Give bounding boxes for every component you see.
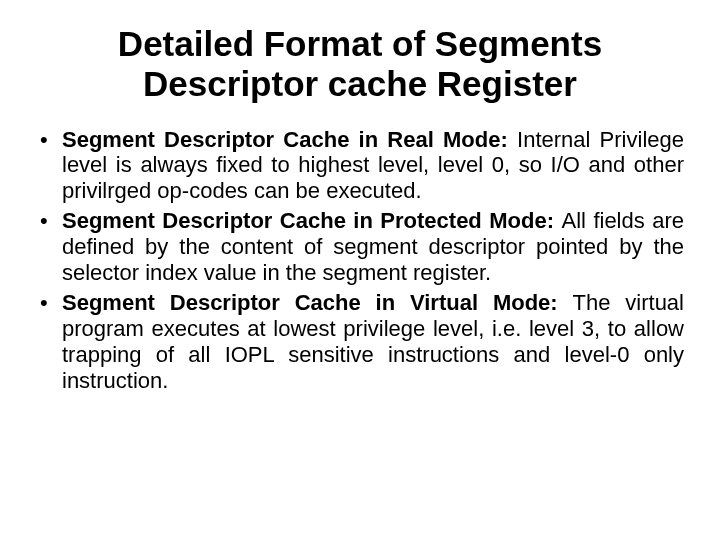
- slide: Detailed Format of Segments Descriptor c…: [0, 0, 720, 540]
- list-item: Segment Descriptor Cache in Protected Mo…: [36, 208, 684, 286]
- list-item: Segment Descriptor Cache in Virtual Mode…: [36, 290, 684, 394]
- bullet-lead: Segment Descriptor Cache in Protected Mo…: [62, 208, 561, 233]
- list-item: Segment Descriptor Cache in Real Mode: I…: [36, 127, 684, 205]
- bullet-lead: Segment Descriptor Cache in Virtual Mode…: [62, 290, 573, 315]
- bullet-lead: Segment Descriptor Cache in Real Mode:: [62, 127, 517, 152]
- slide-title: Detailed Format of Segments Descriptor c…: [36, 24, 684, 105]
- bullet-list: Segment Descriptor Cache in Real Mode: I…: [36, 127, 684, 395]
